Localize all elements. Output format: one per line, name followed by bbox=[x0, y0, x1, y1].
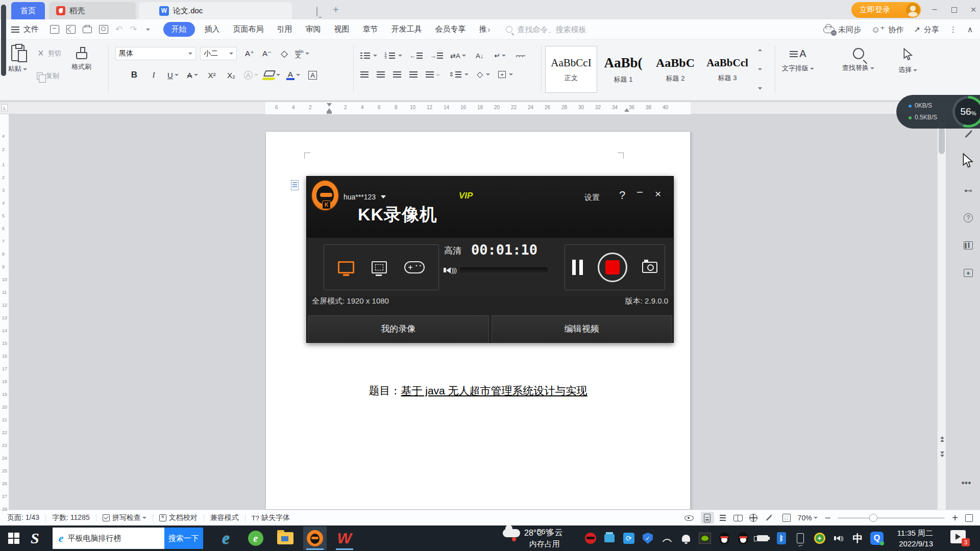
tab-stop-selector[interactable]: L bbox=[2, 104, 8, 111]
styles-more-button[interactable] bbox=[758, 87, 762, 90]
align-right-button[interactable] bbox=[393, 71, 401, 78]
kk-settings-button[interactable]: 设置 bbox=[584, 193, 600, 203]
taskbar-wps-icon[interactable]: W bbox=[333, 527, 356, 550]
document-title-line[interactable]: 题目：基于 java 无人超市管理系统设计与实现 bbox=[266, 384, 690, 398]
clear-format-button[interactable]: ◇ bbox=[278, 47, 291, 60]
window-minimize-button[interactable]: − bbox=[926, 2, 943, 17]
kk-vip-badge[interactable]: VIP bbox=[459, 191, 473, 201]
line-spacing-button[interactable]: ⇕ bbox=[449, 71, 469, 78]
tab-docer[interactable]: 稻壳 bbox=[49, 2, 136, 19]
tray-bell-icon[interactable] bbox=[679, 532, 693, 545]
eye-protect-icon[interactable] bbox=[684, 515, 694, 521]
edit-video-button[interactable]: 编辑视频 bbox=[492, 315, 673, 342]
styles-scroll-up[interactable] bbox=[758, 49, 762, 51]
borders-button[interactable]: + bbox=[498, 71, 512, 78]
tray-usb-eject-icon[interactable] bbox=[794, 532, 807, 545]
copy-button[interactable]: 复制 bbox=[37, 71, 59, 81]
strikethrough-button[interactable]: A bbox=[186, 68, 199, 82]
shrink-font-button[interactable]: A⁻ bbox=[260, 47, 274, 60]
zoom-out-button[interactable]: − bbox=[825, 512, 831, 524]
vertical-scrollbar[interactable] bbox=[937, 114, 946, 510]
taskbar-clock[interactable]: 11:35 周二 2022/9/13 bbox=[897, 528, 933, 549]
font-name-select[interactable]: 黑体 bbox=[115, 47, 196, 60]
window-close-button[interactable]: × bbox=[965, 2, 980, 17]
increase-indent-button[interactable]: → bbox=[430, 52, 443, 60]
speaker-icon[interactable]: ))) bbox=[444, 266, 456, 274]
next-page-button[interactable] bbox=[938, 448, 946, 460]
login-button[interactable]: 立即登录 bbox=[851, 2, 921, 18]
menu-item-references[interactable]: 引用 bbox=[271, 21, 299, 37]
tray-sync-icon[interactable]: ⟳ bbox=[622, 532, 635, 545]
paste-button[interactable]: 粘贴 bbox=[8, 45, 27, 73]
tray-kk-icon[interactable] bbox=[584, 532, 597, 545]
text-layout-button[interactable]: A 文字排版 bbox=[782, 48, 814, 73]
redo-button[interactable]: ↷ bbox=[130, 24, 137, 35]
show-marks-button[interactable]: ↵ bbox=[494, 49, 507, 62]
start-button[interactable] bbox=[8, 533, 19, 544]
zoom-in-button[interactable]: + bbox=[952, 512, 958, 524]
numbered-list-button[interactable]: 123 bbox=[384, 53, 402, 59]
game-mode-icon[interactable] bbox=[404, 261, 425, 273]
more-options-icon[interactable]: ⋮ bbox=[949, 25, 957, 34]
kk-recorder-window[interactable]: hua***123 VIP KK录像机 设置 ? − × 高清 00:01:10… bbox=[306, 176, 674, 343]
page-view-icon[interactable] bbox=[701, 512, 714, 524]
grow-font-button[interactable]: A⁺ bbox=[243, 47, 256, 60]
kk-monitor-widget[interactable]: 0KB/S 0.5KB/S 56% bbox=[896, 95, 980, 129]
style-heading1[interactable]: AaBb( 标题 1 bbox=[597, 46, 649, 93]
menu-more-chevron[interactable]: › bbox=[488, 22, 493, 37]
italic-button[interactable]: I bbox=[147, 68, 160, 82]
more-dots-icon[interactable]: ••• bbox=[961, 478, 972, 489]
missing-font-button[interactable]: T?缺失字体 bbox=[252, 513, 290, 522]
style-heading2[interactable]: AaBbC 标题 2 bbox=[649, 46, 701, 93]
char-scale-icon[interactable]: ⌐⌐⌐ bbox=[514, 49, 527, 62]
scrollbar-thumb[interactable] bbox=[939, 128, 945, 154]
spell-check-toggle[interactable]: 拼写检查 bbox=[103, 513, 146, 522]
underline-button[interactable]: U bbox=[166, 68, 180, 82]
format-painter-button[interactable]: 格式刷 bbox=[71, 45, 91, 71]
word-count[interactable]: 字数: 11285 bbox=[52, 513, 90, 522]
screenshot-camera-button[interactable] bbox=[642, 262, 657, 273]
print-button[interactable] bbox=[83, 27, 92, 33]
edit-pen-icon[interactable] bbox=[963, 129, 974, 140]
proofread-button[interactable]: 文档校对 bbox=[159, 513, 198, 522]
kk-titlebar[interactable]: hua***123 VIP KK录像机 设置 ? − × bbox=[307, 177, 673, 238]
menu-item-review[interactable]: 审阅 bbox=[299, 21, 328, 37]
kk-volume-bar[interactable] bbox=[460, 267, 548, 274]
compass-tool-icon[interactable]: ◈ bbox=[963, 267, 974, 279]
chart-tool-icon[interactable]: ▌▍ bbox=[963, 240, 974, 251]
side-handle[interactable] bbox=[1, 5, 6, 76]
justify-button[interactable] bbox=[409, 71, 418, 78]
tray-battery-icon[interactable] bbox=[756, 532, 769, 545]
fit-page-icon[interactable]: ⛶ bbox=[782, 514, 791, 522]
taskbar-search-text[interactable]: 平板电脑排行榜 bbox=[67, 534, 164, 543]
tray-nvidia-icon[interactable] bbox=[698, 532, 712, 545]
find-replace-button[interactable]: 查找替换 bbox=[842, 48, 874, 72]
style-heading3[interactable]: AaBbCcl 标题 3 bbox=[701, 46, 753, 93]
region-mode-icon[interactable] bbox=[372, 261, 387, 273]
bold-button[interactable]: B bbox=[128, 68, 141, 82]
collaborate-button[interactable]: ☺⁺协作 bbox=[871, 24, 903, 35]
style-normal[interactable]: AaBbCcI 正文 bbox=[545, 46, 597, 93]
distribute-button[interactable]: ⇔ bbox=[426, 71, 440, 78]
align-center-button[interactable] bbox=[377, 71, 385, 78]
tray-ime-indicator[interactable]: 中 bbox=[851, 532, 864, 545]
share-button[interactable]: ↗分享 bbox=[914, 25, 939, 35]
print-preview-button[interactable] bbox=[99, 25, 108, 34]
menu-item-recommend[interactable]: 推 bbox=[473, 21, 488, 37]
superscript-button[interactable]: X² bbox=[205, 68, 218, 82]
sync-status[interactable]: 未同步 bbox=[823, 25, 861, 35]
customize-toolbar-dropdown[interactable] bbox=[146, 29, 150, 31]
menu-item-dev-tools[interactable]: 开发工具 bbox=[385, 21, 429, 37]
kk-user-dropdown[interactable]: hua***123 bbox=[344, 193, 386, 201]
menu-item-home[interactable]: 开始 bbox=[163, 22, 195, 37]
stop-record-button[interactable] bbox=[598, 253, 627, 282]
collapse-ribbon-icon[interactable]: ∧ bbox=[967, 25, 973, 34]
new-tab-button[interactable]: + bbox=[333, 4, 339, 16]
tab-home[interactable]: 首页 bbox=[11, 2, 45, 19]
line-tool-icon[interactable]: ⊷ bbox=[963, 185, 974, 196]
hanging-indent-marker[interactable] bbox=[327, 108, 332, 112]
menu-item-insert[interactable]: 插入 bbox=[198, 21, 227, 37]
bullet-list-button[interactable] bbox=[360, 53, 377, 59]
cut-button[interactable]: 剪切 bbox=[37, 49, 61, 58]
subscript-button[interactable]: X₂ bbox=[225, 68, 238, 82]
